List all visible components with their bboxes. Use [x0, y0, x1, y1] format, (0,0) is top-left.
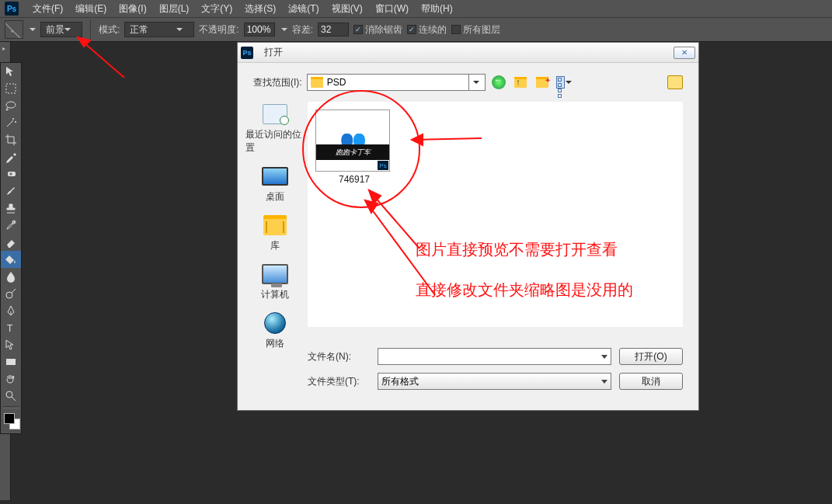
opacity-field[interactable]: 100%: [244, 23, 275, 36]
antialias-check[interactable]: ✓消除锯齿: [353, 23, 402, 36]
places-bar: 最近访问的位置桌面库计算机网络: [245, 102, 304, 350]
tool-preset-dropdown[interactable]: [30, 28, 36, 31]
eyedropper-tool[interactable]: [1, 148, 21, 165]
mode-label: 模式:: [99, 23, 120, 36]
menu-type[interactable]: 文字(Y): [195, 2, 238, 16]
open-button[interactable]: 打开(O): [619, 348, 683, 365]
place-ic-desktop[interactable]: 桌面: [260, 164, 290, 203]
contiguous-check[interactable]: ✓连续的: [407, 23, 447, 36]
svg-point-4: [6, 292, 12, 298]
file-list[interactable]: 👥 跑跑卡丁车 Ps 746917: [308, 102, 683, 327]
file-name-label: 746917: [315, 174, 393, 185]
menu-image[interactable]: 图像(I): [113, 2, 152, 16]
nav-back-button[interactable]: [490, 74, 507, 91]
nav-newfolder-button[interactable]: [534, 74, 551, 91]
fill-source-select[interactable]: 前景: [40, 22, 82, 37]
svg-rect-0: [6, 84, 16, 93]
pen-tool[interactable]: [1, 302, 21, 319]
history-brush-tool[interactable]: [1, 217, 21, 234]
brush-tool[interactable]: [1, 182, 21, 200]
menu-window[interactable]: 窗口(W): [369, 2, 415, 16]
lookin-select[interactable]: PSD: [307, 74, 486, 91]
svg-point-1: [6, 102, 16, 108]
file-thumbnail: 👥 跑跑卡丁车 Ps: [315, 109, 390, 172]
folder-icon: [311, 77, 323, 88]
tolerance-field[interactable]: 32: [318, 23, 349, 36]
filetype-select[interactable]: 所有格式: [378, 373, 611, 390]
cancel-button[interactable]: 取消: [619, 373, 683, 390]
menu-layer[interactable]: 图层(L): [153, 2, 196, 16]
type-tool[interactable]: T: [1, 319, 21, 336]
dodge-tool[interactable]: [1, 285, 21, 302]
path-select-tool[interactable]: [1, 336, 21, 353]
svg-rect-6: [6, 359, 16, 365]
dialog-title: 打开: [264, 46, 283, 59]
menu-file[interactable]: 文件(F): [26, 2, 69, 16]
place-ic-lib[interactable]: 库: [260, 213, 290, 252]
filename-input[interactable]: [378, 348, 611, 365]
marquee-tool[interactable]: [1, 80, 21, 97]
color-swatches[interactable]: [1, 410, 21, 433]
eraser-tool[interactable]: [1, 234, 21, 251]
wand-tool[interactable]: [1, 114, 21, 131]
bucket-tool[interactable]: [1, 251, 21, 268]
filetype-label: 文件类型(T):: [308, 375, 370, 388]
nav-viewmenu-button[interactable]: [555, 74, 573, 91]
menu-select[interactable]: 选择(S): [238, 2, 282, 16]
menu-edit[interactable]: 编辑(E): [69, 2, 113, 16]
options-bar: 前景 模式: 正常 不透明度: 100% 容差: 32 ✓消除锯齿 ✓连续的 所…: [0, 17, 832, 42]
ps-logo: Ps: [5, 2, 19, 16]
dialog-close-button[interactable]: ✕: [674, 47, 695, 59]
place-ic-recent[interactable]: 最近访问的位置: [245, 102, 304, 155]
blur-tool[interactable]: [1, 268, 21, 285]
shape-tool[interactable]: [1, 353, 21, 370]
heal-tool[interactable]: [1, 165, 21, 182]
place-ic-comp[interactable]: 计算机: [260, 262, 290, 301]
bucket-tool-icon[interactable]: [5, 20, 23, 39]
nav-up-button[interactable]: [512, 74, 529, 91]
svg-text:T: T: [7, 323, 13, 334]
crop-tool[interactable]: [1, 131, 21, 148]
menu-help[interactable]: 帮助(H): [415, 2, 459, 16]
file-item[interactable]: 👥 跑跑卡丁车 Ps 746917: [315, 109, 393, 185]
dialog-titlebar: Ps 打开 ✕: [238, 43, 698, 63]
dialog-ps-icon: Ps: [241, 47, 253, 59]
svg-point-7: [6, 391, 12, 398]
lookin-label: 查找范围(I):: [253, 76, 302, 89]
opacity-label: 不透明度:: [199, 23, 238, 36]
move-tool[interactable]: [1, 63, 21, 80]
menu-bar: Ps 文件(F) 编辑(E) 图像(I) 图层(L) 文字(Y) 选择(S) 滤…: [0, 0, 832, 17]
stamp-tool[interactable]: [1, 200, 21, 217]
lasso-tool[interactable]: [1, 97, 21, 114]
hand-tool[interactable]: [1, 370, 21, 388]
all-layers-check[interactable]: 所有图层: [451, 23, 500, 36]
tool-palette: T: [0, 62, 22, 434]
nav-extra-button[interactable]: [667, 75, 683, 89]
mode-select[interactable]: 正常: [124, 22, 194, 37]
tolerance-label: 容差:: [292, 23, 313, 36]
zoom-tool[interactable]: [1, 388, 21, 405]
menu-view[interactable]: 视图(V): [325, 2, 369, 16]
place-ic-net[interactable]: 网络: [260, 311, 290, 350]
filename-label: 文件名(N):: [308, 350, 370, 363]
open-dialog: Ps 打开 ✕ 查找范围(I): PSD 最近访问的位置桌面库计算机网络 👥 跑…: [237, 42, 699, 411]
menu-filter[interactable]: 滤镜(T): [282, 2, 325, 16]
